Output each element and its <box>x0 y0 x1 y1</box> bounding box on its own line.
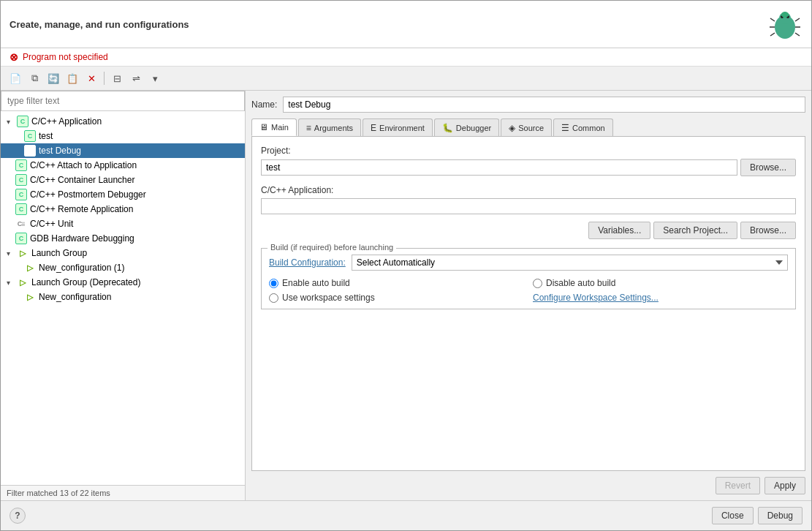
cpp-attach-icon: C <box>15 159 27 171</box>
tab-debugger[interactable]: 🐛 Debugger <box>434 118 499 136</box>
help-button[interactable]: ? <box>10 508 26 524</box>
collapse-button[interactable]: ⊟ <box>108 69 126 87</box>
source-tab-label: Source <box>518 124 544 132</box>
name-label: Name: <box>251 99 277 110</box>
debugger-tab-label: Debugger <box>456 124 491 132</box>
error-message: Program not specified <box>23 52 108 62</box>
radio-disable-input[interactable] <box>533 279 542 288</box>
variables-button[interactable]: Variables... <box>588 222 650 239</box>
gdb-label: GDB Hardware Debugging <box>30 233 134 244</box>
cpp-container-icon: C <box>15 174 27 186</box>
refresh-button[interactable]: 🔄 <box>45 69 62 87</box>
tree-item-launch-group-dep[interactable]: ▾ ▷ Launch Group (Deprecated) <box>1 275 245 290</box>
filter-button[interactable]: 📋 <box>64 69 81 87</box>
new-config-1-label: New_configuration (1) <box>39 263 124 273</box>
tree-item-new-config-1[interactable]: ▷ New_configuration (1) <box>1 260 245 275</box>
tree-item-test-debug[interactable]: C test Debug <box>1 143 245 158</box>
error-icon: ⊗ <box>10 51 18 63</box>
test-icon: C <box>24 130 36 142</box>
dialog-header: Create, manage, and run configurations <box>1 1 811 48</box>
left-panel: ▾ C C/C++ Application C test C test Debu… <box>1 91 246 500</box>
app-input[interactable] <box>261 198 796 214</box>
source-tab-icon: ◈ <box>509 123 515 133</box>
tree-item-cpp-attach[interactable]: C C/C++ Attach to Application <box>1 158 245 173</box>
tab-content-main: Project: Browse... C/C++ Application: Va… <box>251 136 805 471</box>
new-config-1-icon: ▷ <box>24 262 36 274</box>
arguments-tab-label: Arguments <box>314 124 353 132</box>
tree-item-cpp-postmortem[interactable]: C C/C++ Postmortem Debugger <box>1 187 245 202</box>
tab-main[interactable]: 🖥 Main <box>251 118 297 136</box>
tree-item-cpp-unit[interactable]: Cᵢᵢ C/C++ Unit <box>1 216 245 231</box>
configure-workspace-link-item: Configure Workspace Settings... <box>533 293 788 303</box>
tree-item-cpp-app[interactable]: ▾ C C/C++ Application <box>1 114 245 129</box>
radio-workspace-input[interactable] <box>269 293 278 303</box>
project-input[interactable] <box>261 159 737 176</box>
radio-enable-input[interactable] <box>269 279 278 288</box>
debugger-tab-icon: 🐛 <box>442 123 453 133</box>
radio-workspace-label: Use workspace settings <box>282 293 375 303</box>
common-tab-label: Common <box>572 124 605 132</box>
configure-workspace-link[interactable]: Configure Workspace Settings... <box>533 293 659 303</box>
expand-arrow: ▾ <box>7 118 14 126</box>
tree-item-cpp-remote[interactable]: C C/C++ Remote Application <box>1 202 245 216</box>
tab-arguments[interactable]: ≡ Arguments <box>298 118 361 136</box>
debug-button[interactable]: Debug <box>758 507 802 524</box>
launch-group-label: Launch Group <box>31 248 87 258</box>
project-browse-button[interactable]: Browse... <box>740 159 796 176</box>
svg-line-9 <box>795 33 800 36</box>
cpp-app-group: ▾ C C/C++ Application C test C test Debu… <box>1 114 245 158</box>
launch-group-icon: ▷ <box>17 247 29 259</box>
tab-source[interactable]: ◈ Source <box>501 118 552 136</box>
tree-item-gdb[interactable]: C GDB Hardware Debugging <box>1 231 245 246</box>
build-section-title: Build (if required) before launching <box>267 243 396 252</box>
app-buttons-row: Variables... Search Project... Browse... <box>261 222 796 239</box>
common-tab-icon: ☰ <box>561 123 569 133</box>
tree-item-cpp-container[interactable]: C C/C++ Container Launcher <box>1 173 245 187</box>
svg-line-6 <box>770 33 775 36</box>
tab-common[interactable]: ☰ Common <box>553 118 613 136</box>
cpp-remote-icon: C <box>15 203 27 215</box>
link-button[interactable]: ⇌ <box>127 69 145 87</box>
cpp-container-label: C/C++ Container Launcher <box>30 175 134 185</box>
bug-icon <box>767 7 802 42</box>
radio-workspace-settings: Use workspace settings <box>269 293 524 303</box>
filter-input[interactable] <box>1 91 245 111</box>
tree-item-new-config-2[interactable]: ▷ New_configuration <box>1 290 245 304</box>
tree-item-test[interactable]: C test <box>1 129 245 143</box>
build-config-link[interactable]: Build Configuration: <box>269 257 346 268</box>
toolbar-separator <box>104 72 105 85</box>
test-debug-label: test Debug <box>39 146 81 156</box>
dropdown-button[interactable]: ▾ <box>146 69 164 87</box>
revert-button[interactable]: Revert <box>716 477 760 494</box>
tab-environment[interactable]: E Environment <box>363 118 433 136</box>
launch-group-children: ▷ New_configuration (1) <box>1 260 245 275</box>
new-config-button[interactable]: 📄 <box>7 69 24 87</box>
app-browse-button[interactable]: Browse... <box>740 222 796 239</box>
cpp-postmortem-label: C/C++ Postmortem Debugger <box>30 189 146 200</box>
environment-tab-label: Environment <box>379 124 425 132</box>
app-label: C/C++ Application: <box>261 185 796 195</box>
dialog-footer: ? Close Debug <box>1 500 811 530</box>
cpp-remote-label: C/C++ Remote Application <box>30 204 133 214</box>
right-panel: Name: 🖥 Main ≡ Arguments E Environment <box>246 91 811 500</box>
search-project-button[interactable]: Search Project... <box>653 222 737 239</box>
launch-group-dep-children: ▷ New_configuration <box>1 290 245 304</box>
build-section: Build (if required) before launching Bui… <box>261 248 796 309</box>
arguments-tab-icon: ≡ <box>306 123 311 133</box>
close-button[interactable]: Close <box>712 507 754 524</box>
error-banner: ⊗ Program not specified <box>1 48 811 67</box>
svg-line-4 <box>770 18 775 21</box>
launch-group-dep-arrow: ▾ <box>7 279 14 287</box>
filter-count: Filter matched 13 of 22 items <box>7 489 110 497</box>
apply-button[interactable]: Apply <box>764 477 805 494</box>
tree-item-launch-group[interactable]: ▾ ▷ Launch Group <box>1 246 245 260</box>
delete-button[interactable]: ✕ <box>83 69 100 87</box>
cpp-app-label: C/C++ Application <box>31 116 102 127</box>
build-config-select[interactable]: Select Automatically Disable auto build … <box>352 255 788 271</box>
name-input[interactable] <box>283 97 805 113</box>
radio-enable-auto-build: Enable auto build <box>269 278 524 288</box>
tree-container: ▾ C C/C++ Application C test C test Debu… <box>1 111 245 485</box>
left-footer: Filter matched 13 of 22 items <box>1 485 245 500</box>
duplicate-button[interactable]: ⧉ <box>26 69 43 87</box>
radio-disable-label: Disable auto build <box>546 278 615 288</box>
